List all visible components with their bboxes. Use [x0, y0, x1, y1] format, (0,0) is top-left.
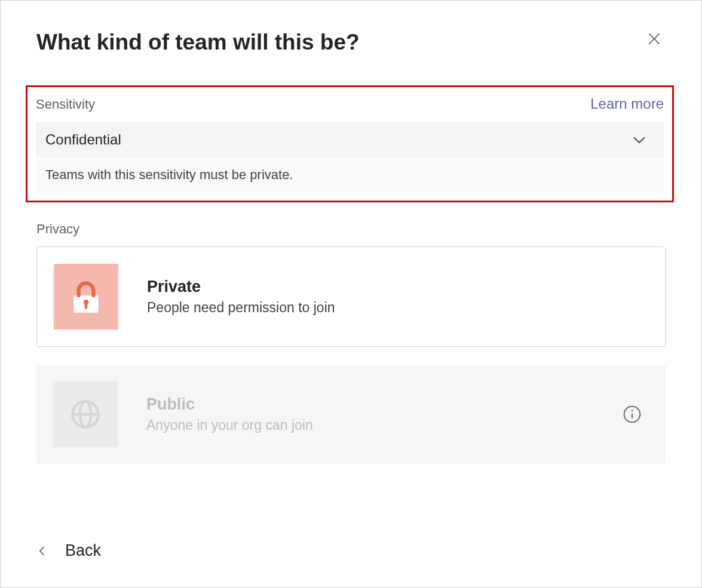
sensitivity-label: Sensitivity — [36, 97, 95, 112]
close-icon — [646, 31, 662, 47]
sensitivity-note: Teams with this sensitivity must be priv… — [36, 159, 664, 192]
back-button[interactable]: Back — [36, 538, 101, 564]
chevron-left-icon — [36, 543, 48, 559]
privacy-public-desc: Anyone in your org can join — [146, 417, 594, 433]
privacy-option-private-text: Private People need permission to join — [147, 278, 648, 316]
team-kind-dialog: What kind of team will this be? Sensitiv… — [0, 0, 702, 588]
dialog-footer: Back — [36, 520, 666, 564]
lock-icon — [54, 264, 118, 330]
privacy-private-title: Private — [147, 278, 648, 296]
privacy-option-public: Public Anyone in your org can join — [36, 365, 666, 464]
close-button[interactable] — [643, 27, 666, 50]
chevron-down-icon — [630, 131, 648, 149]
privacy-option-public-text: Public Anyone in your org can join — [146, 395, 594, 433]
svg-rect-4 — [85, 303, 88, 309]
sensitivity-select[interactable]: Confidential — [36, 122, 664, 158]
privacy-section: Privacy Private People need permission t… — [36, 221, 666, 482]
sensitivity-highlight: Sensitivity Learn more Confidential Team… — [26, 85, 674, 202]
dialog-header: What kind of team will this be? — [36, 27, 666, 56]
privacy-private-desc: People need permission to join — [147, 300, 648, 316]
privacy-label: Privacy — [36, 221, 666, 237]
learn-more-link[interactable]: Learn more — [590, 96, 664, 112]
privacy-option-private[interactable]: Private People need permission to join — [36, 247, 666, 347]
sensitivity-selected-value: Confidential — [45, 131, 121, 148]
globe-icon — [53, 381, 118, 447]
svg-point-10 — [632, 410, 633, 411]
privacy-public-title: Public — [146, 395, 594, 414]
back-label: Back — [65, 541, 101, 560]
info-icon[interactable] — [623, 405, 642, 424]
page-title: What kind of team will this be? — [36, 30, 360, 56]
sensitivity-header: Sensitivity Learn more — [36, 96, 664, 112]
